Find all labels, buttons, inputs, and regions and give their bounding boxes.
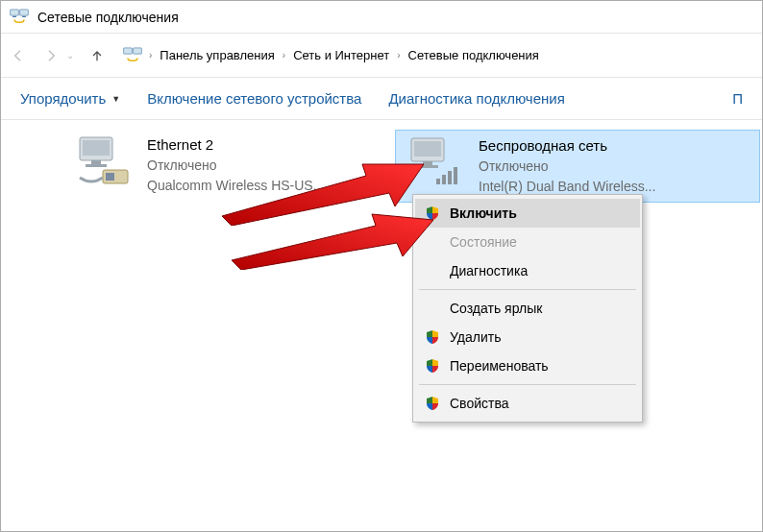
adapter-text: Беспроводная сеть Отключено Intel(R) Dua… <box>479 136 751 196</box>
svg-rect-5 <box>134 47 142 53</box>
annotation-arrow <box>232 212 433 270</box>
menu-item-shortcut[interactable]: Создать ярлык <box>415 294 640 323</box>
menu-item-status: Состояние <box>415 228 640 256</box>
caret-down-icon: ▼ <box>111 94 120 104</box>
svg-rect-7 <box>83 140 110 156</box>
svg-rect-16 <box>436 179 440 184</box>
svg-rect-9 <box>86 164 107 167</box>
blank-icon <box>423 232 442 252</box>
network-connections-icon <box>9 7 30 28</box>
svg-rect-3 <box>22 15 26 16</box>
svg-rect-19 <box>454 167 457 184</box>
menu-item-label: Состояние <box>450 234 517 250</box>
window-title: Сетевые подключения <box>37 10 179 25</box>
menu-item-label: Диагностика <box>450 263 528 278</box>
shield-icon <box>423 327 442 347</box>
crumb-network-internet[interactable]: Сеть и Интернет <box>291 46 391 64</box>
adapter-item-ethernet[interactable]: Ethernet 2 Отключено Qualcomm Wireless H… <box>64 130 391 201</box>
navbar: ⌄ › Панель управления › Сеть и Интернет … <box>1 34 762 78</box>
organize-label: Упорядочить <box>20 90 106 107</box>
chevron-right-icon[interactable]: › <box>149 50 152 60</box>
crumb-network-connections[interactable]: Сетевые подключения <box>406 46 541 64</box>
network-connections-icon <box>122 45 143 66</box>
menu-item-enable[interactable]: Включить <box>415 199 640 228</box>
adapter-name: Ethernet 2 <box>147 135 383 155</box>
forward-button[interactable] <box>41 46 61 65</box>
shield-icon <box>423 204 442 223</box>
svg-rect-4 <box>124 47 133 53</box>
menu-separator <box>419 289 636 290</box>
diagnose-connection-label: Диагностика подключения <box>388 90 564 107</box>
svg-rect-11 <box>106 173 114 181</box>
shield-icon <box>423 356 442 375</box>
menu-item-properties[interactable]: Свойства <box>415 389 640 418</box>
context-menu: Включить Состояние Диагностика Создать я… <box>412 194 643 423</box>
diagnose-connection-button[interactable]: Диагностика подключения <box>388 90 564 107</box>
up-button[interactable] <box>87 46 107 65</box>
menu-separator <box>419 384 636 385</box>
adapter-status: Отключено <box>479 157 751 176</box>
menu-item-rename[interactable]: Переименовать <box>415 351 640 380</box>
svg-rect-18 <box>448 171 452 184</box>
svg-rect-14 <box>423 161 432 165</box>
blank-icon <box>423 299 442 318</box>
crumb-control-panel[interactable]: Панель управления <box>158 46 276 64</box>
menu-item-label: Свойства <box>450 396 508 411</box>
adapter-text: Ethernet 2 Отключено Qualcomm Wireless H… <box>147 135 383 195</box>
svg-rect-1 <box>20 9 29 14</box>
wireless-adapter-icon <box>404 136 467 190</box>
overflow-button[interactable]: П <box>732 90 743 107</box>
history-dropdown[interactable]: ⌄ <box>66 50 74 60</box>
chevron-right-icon[interactable]: › <box>397 50 400 60</box>
menu-item-label: Удалить <box>450 329 501 345</box>
shield-icon <box>423 394 442 413</box>
svg-rect-2 <box>12 15 16 16</box>
enable-device-button[interactable]: Включение сетевого устройства <box>147 90 361 107</box>
breadcrumb: › Панель управления › Сеть и Интернет › … <box>122 45 541 66</box>
organize-button[interactable]: Упорядочить ▼ <box>20 90 120 107</box>
blank-icon <box>423 261 442 280</box>
adapter-name: Беспроводная сеть <box>479 136 751 156</box>
svg-rect-17 <box>442 175 446 184</box>
svg-marker-21 <box>232 214 433 270</box>
svg-rect-13 <box>414 141 441 157</box>
svg-rect-8 <box>91 160 101 164</box>
command-bar: Упорядочить ▼ Включение сетевого устройс… <box>1 78 762 120</box>
ethernet-adapter-icon <box>72 135 135 189</box>
menu-item-label: Переименовать <box>450 358 549 374</box>
chevron-right-icon[interactable]: › <box>283 50 285 60</box>
menu-item-delete[interactable]: Удалить <box>415 323 640 351</box>
menu-item-label: Создать ярлык <box>450 301 542 316</box>
svg-rect-0 <box>11 9 19 14</box>
adapter-status: Отключено <box>147 157 383 175</box>
adapter-device: Qualcomm Wireless HS-US... <box>147 177 383 195</box>
adapter-item-wireless[interactable]: Беспроводная сеть Отключено Intel(R) Dua… <box>395 130 760 203</box>
menu-item-label: Включить <box>450 206 517 221</box>
content-area: Ethernet 2 Отключено Qualcomm Wireless H… <box>1 120 762 531</box>
back-button[interactable] <box>9 46 28 65</box>
overflow-label: П <box>732 90 743 107</box>
svg-rect-15 <box>417 165 438 168</box>
enable-device-label: Включение сетевого устройства <box>147 90 361 107</box>
menu-item-diagnose[interactable]: Диагностика <box>415 256 640 285</box>
titlebar: Сетевые подключения <box>1 1 762 34</box>
